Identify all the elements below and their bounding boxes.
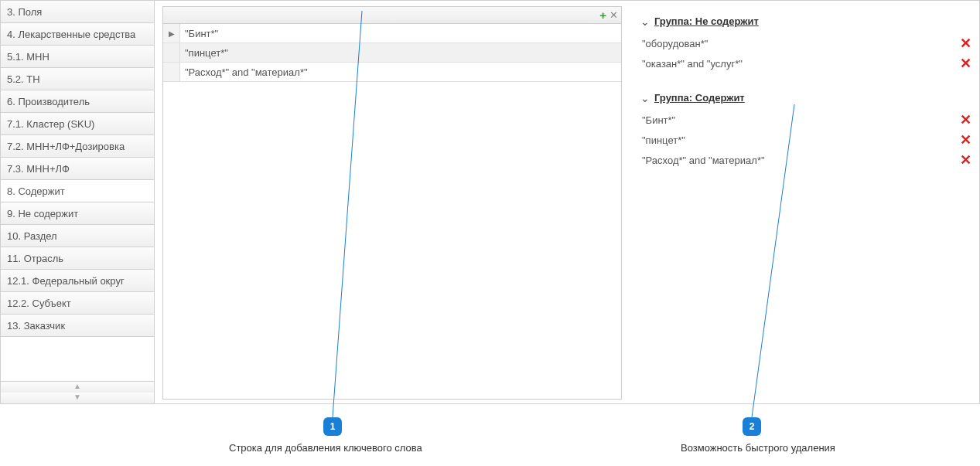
keyword-row[interactable]: "Расход*" and "материал*": [163, 63, 621, 82]
group-item: "Расход*" and "материал*"✕: [640, 150, 975, 170]
keyword-table: ▶"Бинт*""пинцет*""Расход*" and "материал…: [163, 24, 621, 82]
row-indicator-icon: [163, 43, 180, 62]
group-item: "оборудован*"✕: [640, 33, 975, 53]
sidebar-item[interactable]: 5.2. ТН: [1, 68, 154, 90]
sidebar-item[interactable]: 6. Производитель: [1, 90, 154, 113]
chevron-down-icon: ⌄: [640, 93, 650, 104]
group-item-text: "Бинт*": [642, 114, 675, 126]
row-indicator-icon: [163, 63, 180, 81]
add-keyword-icon[interactable]: +: [599, 9, 606, 21]
delete-item-icon[interactable]: ✕: [960, 113, 971, 127]
sidebar: 3. Поля4. Лекарственные средства5.1. МНН…: [1, 1, 155, 403]
sidebar-item[interactable]: 11. Отрасль: [1, 247, 154, 270]
sidebar-item[interactable]: 9. Не содержит: [1, 202, 154, 225]
group-item: "Бинт*"✕: [640, 110, 975, 130]
sidebar-item[interactable]: 3. Поля: [1, 1, 154, 23]
sidebar-item[interactable]: 12.2. Субъект: [1, 292, 154, 315]
keyword-cell[interactable]: "пинцет*": [180, 43, 621, 62]
sidebar-item[interactable]: 5.1. МНН: [1, 46, 154, 68]
keyword-editor-panel: + ✕ ▶"Бинт*""пинцет*""Расход*" and "мате…: [162, 6, 622, 400]
row-indicator-icon: ▶: [163, 24, 180, 43]
group-item-text: "Расход*" and "материал*": [642, 155, 765, 166]
sidebar-item[interactable]: 7.1. Кластер (SKU): [1, 113, 154, 135]
group-item-text: "оборудован*": [642, 38, 708, 49]
sidebar-item[interactable]: 10. Раздел: [1, 225, 154, 247]
sidebar-item[interactable]: 7.3. МНН+ЛФ: [1, 158, 154, 180]
group-header[interactable]: ⌄Группа: Содержит: [640, 92, 975, 104]
sidebar-item[interactable]: 8. Содержит: [1, 180, 154, 202]
sidebar-item[interactable]: 7.2. МНН+ЛФ+Дозировка: [1, 135, 154, 158]
close-panel-icon[interactable]: ✕: [610, 10, 618, 20]
scroll-up-button[interactable]: ▲: [1, 382, 154, 393]
groups-panel: ⌄Группа: Не содержит"оборудован*"✕"оказа…: [634, 6, 975, 400]
sidebar-item[interactable]: 13. Заказчик: [1, 315, 154, 337]
group-header[interactable]: ⌄Группа: Не содержит: [640, 15, 975, 27]
keyword-row[interactable]: "пинцет*": [163, 43, 621, 63]
sidebar-item[interactable]: 4. Лекарственные средства: [1, 23, 154, 46]
keyword-cell[interactable]: "Бинт*": [180, 24, 621, 43]
sidebar-item[interactable]: 12.1. Федеральный округ: [1, 270, 154, 292]
keyword-row[interactable]: ▶"Бинт*": [163, 24, 621, 43]
group-title: Группа: Не содержит: [654, 15, 759, 27]
group-item: "пинцет*"✕: [640, 130, 975, 150]
delete-item-icon[interactable]: ✕: [960, 36, 971, 50]
sidebar-spacer: [1, 337, 154, 382]
group-item-text: "пинцет*": [642, 134, 685, 146]
group-item: "оказан*" and "услуг*"✕: [640, 53, 975, 73]
delete-item-icon[interactable]: ✕: [960, 56, 971, 70]
app-frame: 3. Поля4. Лекарственные средства5.1. МНН…: [0, 0, 980, 404]
group-title: Группа: Содержит: [654, 92, 745, 104]
group-item-text: "оказан*" and "услуг*": [642, 58, 743, 70]
scroll-down-button[interactable]: ▼: [1, 393, 154, 403]
keyword-cell[interactable]: "Расход*" and "материал*": [180, 63, 621, 81]
delete-item-icon[interactable]: ✕: [960, 153, 971, 167]
delete-item-icon[interactable]: ✕: [960, 133, 971, 147]
chevron-down-icon: ⌄: [640, 16, 650, 27]
keyword-editor-header: + ✕: [163, 7, 621, 24]
